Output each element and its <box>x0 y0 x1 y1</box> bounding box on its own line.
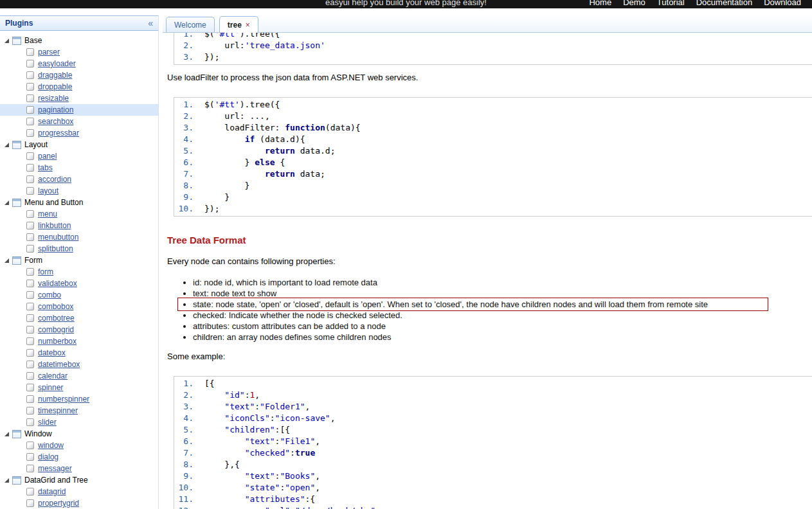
expand-arrow-icon[interactable] <box>5 201 9 205</box>
plugin-icon <box>26 187 34 195</box>
tree-item-splitbutton[interactable]: splitbutton <box>0 243 158 254</box>
tree-item-dialog[interactable]: dialog <box>0 451 158 463</box>
code-text: "text":"File1", <box>204 436 320 447</box>
nav-tutorial[interactable]: Tutorial <box>657 0 685 8</box>
tree-item-resizable[interactable]: resizable <box>0 93 158 104</box>
plugin-icon <box>26 384 34 391</box>
code-text: return data.d; <box>204 145 336 157</box>
plugin-icon <box>26 152 34 160</box>
tree-item-panel[interactable]: panel <box>0 150 158 162</box>
nav-demo[interactable]: Demo <box>623 0 645 8</box>
plugin-icon <box>26 175 34 183</box>
tree-group-menu-and-button[interactable]: Menu and Button <box>0 197 158 208</box>
expand-arrow-icon[interactable] <box>5 143 9 147</box>
tree-group-window[interactable]: Window <box>0 428 158 440</box>
tree-item-tabs[interactable]: tabs <box>0 162 158 174</box>
tree-item-draggable[interactable]: draggable <box>0 69 158 81</box>
tree-item-slider[interactable]: slider <box>0 416 158 428</box>
tree-item-spinner[interactable]: spinner <box>0 382 158 393</box>
tree-item-layout[interactable]: layout <box>0 185 158 197</box>
tree-item-label: menu <box>38 210 57 219</box>
tree-item-searchbox[interactable]: searchbox <box>0 116 158 127</box>
tree-item-accordion[interactable]: accordion <box>0 174 158 185</box>
plugin-icon <box>26 453 34 461</box>
line-number: 3. <box>174 51 194 63</box>
tree-item-combo[interactable]: combo <box>0 289 158 301</box>
close-icon[interactable]: × <box>246 21 250 30</box>
line-number: 5. <box>174 424 194 436</box>
code-text: "url":"/demo/book/abc", <box>204 505 381 509</box>
tree-item-datagrid[interactable]: datagrid <box>0 486 158 497</box>
code-text: [{ <box>204 378 215 389</box>
tab-label: Welcome <box>174 21 206 30</box>
tree-item-combotree[interactable]: combotree <box>0 312 158 324</box>
tree-item-parser[interactable]: parser <box>0 46 158 58</box>
tree-group-form[interactable]: Form <box>0 254 158 266</box>
property-item: checked: Indicate whether the node is ch… <box>193 310 812 321</box>
tree-item-propertygrid[interactable]: propertygrid <box>0 497 158 509</box>
tree-item-label: progressbar <box>38 129 79 138</box>
tree-group-layout[interactable]: Layout <box>0 139 158 150</box>
paragraph-some-example: Some example: <box>163 352 812 361</box>
tree-item-calendar[interactable]: calendar <box>0 370 158 382</box>
tree-item-datebox[interactable]: datebox <box>0 347 158 359</box>
tree-item-numberspinner[interactable]: numberspinner <box>0 393 158 405</box>
tree-item-linkbutton[interactable]: linkbutton <box>0 220 158 231</box>
line-number: 9. <box>174 470 194 482</box>
tree-item-label: numberbox <box>38 337 77 346</box>
nav-download[interactable]: Download <box>764 0 801 8</box>
code-line: 4. if (data.d){ <box>174 134 812 145</box>
sidebar-header: Plugins « <box>0 15 158 31</box>
tree-item-label: linkbutton <box>38 221 71 230</box>
tree-item-window[interactable]: window <box>0 440 158 451</box>
expand-arrow-icon[interactable] <box>5 478 9 483</box>
line-number: 2. <box>174 389 194 401</box>
tab-label: tree <box>228 21 242 30</box>
collapse-panel-icon[interactable]: « <box>148 19 153 28</box>
tree-item-menu[interactable]: menu <box>0 208 158 220</box>
folder-icon <box>12 199 21 207</box>
plugin-icon <box>26 233 34 241</box>
tree-group-base[interactable]: Base <box>0 35 158 46</box>
nav-documentation[interactable]: Documentation <box>696 0 752 8</box>
tree-item-messager[interactable]: messager <box>0 463 158 474</box>
nav-home[interactable]: Home <box>589 0 611 8</box>
tree-item-progressbar[interactable]: progressbar <box>0 127 158 139</box>
plugin-icon <box>26 164 34 172</box>
code-text: } else { <box>204 157 285 168</box>
tab-tree[interactable]: tree× <box>219 16 258 33</box>
plugin-icon <box>26 291 34 299</box>
line-number: 8. <box>174 459 194 470</box>
tree-item-validatebox[interactable]: validatebox <box>0 278 158 289</box>
tree-item-menubutton[interactable]: menubutton <box>0 231 158 243</box>
tree-item-timespinner[interactable]: timespinner <box>0 405 158 416</box>
line-number: 1. <box>174 99 194 111</box>
tree-item-combogrid[interactable]: combogrid <box>0 324 158 335</box>
tree-group-datagrid-and-tree[interactable]: DataGrid and Tree <box>0 474 158 486</box>
tree-item-combobox[interactable]: combobox <box>0 301 158 312</box>
code-line: 9. } <box>174 192 812 203</box>
plugin-icon <box>26 407 34 415</box>
expand-arrow-icon[interactable] <box>5 258 9 263</box>
tree-item-droppable[interactable]: droppable <box>0 81 158 93</box>
expand-arrow-icon[interactable] <box>5 39 9 43</box>
tab-welcome[interactable]: Welcome <box>166 17 215 32</box>
plugin-icon <box>26 326 34 334</box>
plugin-icon <box>26 395 34 403</box>
tree-item-easyloader[interactable]: easyloader <box>0 58 158 69</box>
code-line: 10. "state":"open", <box>174 482 812 494</box>
tree-item-form[interactable]: form <box>0 266 158 278</box>
tree-item-datetimebox[interactable]: datetimebox <box>0 359 158 370</box>
code-line: 11. "attributes":{ <box>174 494 812 505</box>
tree-item-pagination[interactable]: pagination <box>0 104 158 116</box>
property-item: id: node id, which is important to load … <box>193 277 812 288</box>
tree-item-label: searchbox <box>38 117 73 126</box>
expand-arrow-icon[interactable] <box>5 432 9 436</box>
tree-item-numberbox[interactable]: numberbox <box>0 335 158 347</box>
plugin-icon <box>26 60 34 67</box>
plugin-icon <box>26 499 34 507</box>
code-text: "children":[{ <box>204 424 290 436</box>
property-item: children: an array nodes defines some ch… <box>193 332 812 343</box>
code-text: if (data.d){ <box>204 134 305 145</box>
code-line: 7. return data; <box>174 168 812 180</box>
